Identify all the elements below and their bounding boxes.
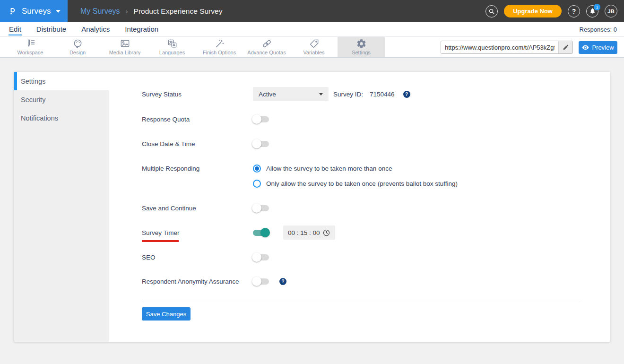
survey-id-help-icon[interactable]: ?	[403, 91, 410, 98]
breadcrumb-current: Product Experience Survey	[134, 7, 223, 16]
product-name: Surveys	[22, 7, 51, 16]
media-library-icon	[120, 38, 130, 49]
survey-url-input[interactable]	[441, 41, 558, 53]
advance-quotas-icon	[261, 38, 272, 49]
section-divider	[142, 299, 581, 299]
save-and-continue-label: Save and Continue	[142, 205, 196, 212]
help-icon: ?	[572, 8, 576, 15]
save-and-continue-row: Save and Continue	[14, 202, 610, 214]
survey-timer-time-field[interactable]: 00 : 15 : 00	[283, 225, 335, 240]
questionpro-logo-icon	[8, 6, 17, 16]
survey-id-label: Survey ID:	[333, 91, 363, 98]
response-quota-toggle[interactable]	[253, 116, 269, 122]
design-icon	[72, 38, 83, 49]
tab-integration[interactable]: Integration	[124, 23, 159, 35]
toolbar-item-workspace[interactable]: Workspace	[7, 37, 54, 57]
preview-button[interactable]: Preview	[579, 41, 617, 54]
seo-row: SEO	[14, 251, 610, 263]
toolbar-label: Variables	[303, 50, 324, 55]
tab-edit[interactable]: Edit	[9, 23, 22, 35]
toolbar-label: Settings	[352, 50, 371, 55]
toolbar-item-variables[interactable]: Variables	[290, 37, 338, 57]
eye-icon	[582, 44, 589, 51]
response-quota-row: Response Quota	[14, 113, 610, 125]
settings-gear-icon	[356, 38, 367, 49]
respondent-anonymity-toggle[interactable]	[253, 278, 269, 285]
radio-selected-icon	[253, 165, 261, 173]
chevron-down-icon	[319, 93, 323, 95]
sidebar-item-label: Settings	[21, 78, 45, 85]
finish-options-icon	[214, 38, 225, 49]
toolbar-item-finish-options[interactable]: Finish Options	[196, 37, 243, 57]
toolbar-item-advance-quotas[interactable]: Advance Quotas	[243, 37, 290, 57]
help-button[interactable]: ?	[568, 5, 580, 17]
breadcrumb: My Surveys › Product Experience Survey	[80, 0, 222, 22]
survey-status-label: Survey Status	[142, 91, 182, 98]
survey-timer-label: Survey Timer	[142, 229, 180, 236]
tab-analytics[interactable]: Analytics	[81, 23, 110, 35]
toolbar-label: Workspace	[17, 50, 43, 55]
variables-icon	[309, 38, 320, 49]
respondent-anonymity-label: Respondent Anonymity Assurance	[142, 278, 239, 285]
toolbar-label: Advance Quotas	[247, 50, 286, 55]
upgrade-now-button[interactable]: Upgrade Now	[504, 5, 562, 17]
pencil-icon	[563, 44, 569, 51]
toolbar-item-media-library[interactable]: Media Library	[101, 37, 148, 57]
toolbar-label: Languages	[159, 50, 185, 55]
edit-url-button[interactable]	[558, 41, 572, 53]
toolbar-label: Media Library	[109, 50, 141, 55]
seo-toggle[interactable]	[253, 254, 269, 260]
survey-url-field	[441, 41, 573, 54]
top-header-bar: Surveys My Surveys › Product Experience …	[0, 0, 624, 22]
survey-status-value: Active	[259, 91, 276, 98]
close-date-time-row: Close Date & Time	[14, 138, 610, 149]
chevron-down-icon	[56, 10, 61, 13]
notification-badge: 1	[594, 4, 600, 10]
survey-timer-toggle[interactable]	[253, 230, 269, 236]
avatar-initials: JB	[607, 9, 615, 14]
search-button[interactable]	[485, 5, 498, 17]
survey-nav-row: Edit Distribute Analytics Integration Re…	[0, 22, 624, 36]
multiple-responding-row: Multiple Responding Allow the survey to …	[14, 164, 610, 173]
radio-option-label: Allow the survey to be taken more than o…	[266, 165, 392, 172]
breadcrumb-separator: ›	[126, 7, 128, 15]
save-and-continue-toggle[interactable]	[253, 205, 269, 211]
response-quota-label: Response Quota	[142, 116, 190, 123]
survey-timer-row: Survey Timer 00 : 15 : 00	[14, 225, 610, 240]
topbar-actions: Upgrade Now ? 1 JB	[485, 0, 617, 22]
preview-label: Preview	[592, 44, 614, 51]
toolbar-item-languages[interactable]: Languages	[148, 37, 196, 57]
product-switcher[interactable]: Surveys	[0, 0, 68, 22]
settings-card: Settings Security Notifications Survey S…	[14, 72, 610, 342]
search-icon	[488, 8, 495, 15]
clock-icon	[322, 229, 330, 237]
survey-timer-value: 00 : 15 : 00	[288, 229, 320, 236]
tab-distribute[interactable]: Distribute	[36, 23, 67, 35]
upgrade-now-label: Upgrade Now	[513, 8, 553, 15]
notifications-button[interactable]: 1	[586, 5, 598, 17]
close-date-time-toggle[interactable]	[253, 141, 269, 147]
survey-id-value: 7150446	[370, 91, 395, 98]
save-changes-button[interactable]: Save Changes	[142, 307, 191, 321]
languages-icon	[167, 38, 178, 49]
toolbar-label: Design	[69, 50, 86, 55]
survey-timer-highlight-underline	[142, 240, 179, 242]
seo-label: SEO	[142, 254, 156, 261]
toolbar-label: Finish Options	[203, 50, 236, 55]
user-avatar[interactable]: JB	[605, 5, 617, 17]
toolbar-item-design[interactable]: Design	[54, 37, 101, 57]
radio-option-label: Only allow the survey to be taken once (…	[266, 180, 458, 187]
multiple-responding-option-once[interactable]: Only allow the survey to be taken once (…	[253, 180, 458, 188]
close-date-time-label: Close Date & Time	[142, 140, 195, 147]
responses-count: Responses: 0	[580, 22, 617, 36]
breadcrumb-parent[interactable]: My Surveys	[80, 7, 120, 16]
multiple-responding-option-allow[interactable]: Allow the survey to be taken more than o…	[253, 165, 392, 173]
survey-tabs: Edit Distribute Analytics Integration	[0, 22, 624, 36]
respondent-anonymity-help-icon[interactable]: ?	[279, 278, 286, 285]
survey-status-row: Survey Status Active Survey ID: 7150446 …	[14, 87, 610, 101]
survey-status-select[interactable]: Active	[253, 87, 329, 101]
multiple-responding-row-2: Only allow the survey to be taken once (…	[14, 179, 610, 188]
workspace-icon	[25, 38, 36, 49]
multiple-responding-label: Multiple Responding	[142, 165, 199, 172]
toolbar-item-settings[interactable]: Settings	[338, 37, 385, 57]
